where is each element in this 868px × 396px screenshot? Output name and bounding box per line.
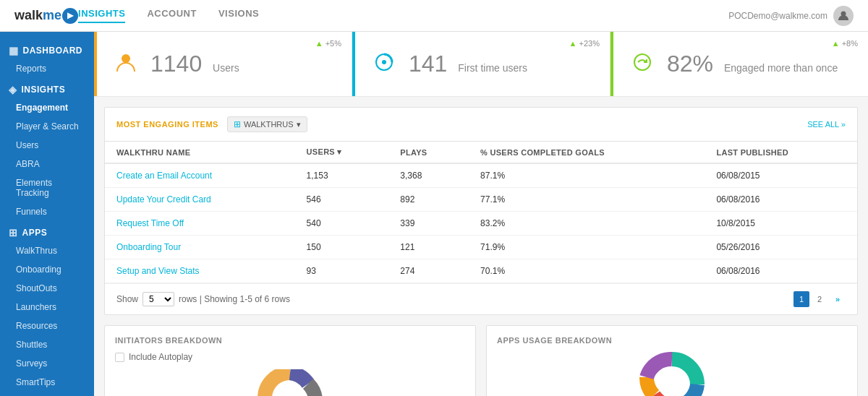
sidebar-item-users[interactable]: Users: [0, 136, 94, 155]
cell-goals: 83.2%: [469, 212, 705, 236]
nav-account[interactable]: ACCOUNT: [147, 8, 197, 23]
cell-users: 546: [295, 188, 389, 212]
table-head-row: WALKTHRU NAME USERS ▾ PLAYS % USERS COMP…: [105, 142, 857, 163]
insights-icon: ◈: [9, 84, 17, 95]
include-autoplay-label: Include Autoplay: [129, 352, 192, 362]
sidebar-item-shuttles[interactable]: Shuttles: [0, 335, 94, 354]
engaged-icon: [632, 52, 652, 77]
user-email: POCDemo@walkme.com: [728, 11, 827, 21]
page-1-button[interactable]: 1: [793, 291, 809, 307]
table-section-title: MOST ENGAGING ITEMS: [116, 120, 218, 129]
initiators-chart-card: INITIATORS BREAKDOWN Include Autoplay: [104, 325, 476, 396]
cell-goals: 77.1%: [469, 188, 705, 212]
col-name: WALKTHRU NAME: [105, 142, 295, 163]
cell-plays: 339: [388, 212, 469, 236]
stat-users-percent: ▲ +5%: [315, 39, 341, 48]
sidebar-item-reports[interactable]: Reports: [0, 59, 94, 78]
stat-engaged-percent: ▲ +8%: [832, 39, 858, 48]
apps-usage-pie: [497, 352, 847, 396]
svg-point-4: [634, 54, 650, 70]
page-2-button[interactable]: 2: [812, 291, 827, 307]
cell-goals: 71.9%: [469, 236, 705, 259]
sidebar-item-smarttips[interactable]: SmartTips: [0, 373, 94, 392]
sidebar-item-onboarding[interactable]: Onboarding: [0, 260, 94, 279]
sidebar-section-insights[interactable]: ◈ INSIGHTS: [0, 78, 94, 98]
svg-point-3: [382, 60, 386, 64]
table-footer: Show 5 10 25 50 rows | Showing 1-5 of 6 …: [105, 283, 857, 314]
logo[interactable]: walk me ▶: [14, 8, 78, 24]
sidebar-item-shoutouts[interactable]: ShoutOuts: [0, 279, 94, 298]
cell-users: 150: [295, 236, 389, 259]
svg-point-1: [122, 54, 130, 63]
stat-users: 1140 Users ▲ +5%: [94, 32, 352, 96]
stat-first-time-percent: ▲ +23%: [569, 39, 600, 48]
cell-published: 05/26/2016: [705, 236, 857, 259]
stat-border-users: [94, 32, 97, 96]
sidebar-item-engagement[interactable]: Engagement: [0, 98, 94, 117]
logo-dot: ▶: [62, 8, 78, 24]
nav-insights[interactable]: INSIGHTS: [78, 8, 125, 23]
rows-info: rows | Showing 1-5 of 6 rows: [179, 294, 290, 304]
user-avatar[interactable]: [833, 6, 854, 26]
stat-users-info: 1140 Users: [146, 51, 334, 77]
logo-me: me: [43, 8, 61, 23]
filter-badge[interactable]: ⊞ WALKTHRUS ▾: [227, 116, 307, 132]
sidebar-section-dashboard-label: DASHBOARD: [23, 46, 83, 56]
table-head: WALKTHRU NAME USERS ▾ PLAYS % USERS COMP…: [105, 142, 857, 163]
sidebar-item-abra[interactable]: ABRA: [0, 155, 94, 173]
pagination: 1 2 »: [793, 291, 846, 307]
next-page-button[interactable]: »: [830, 291, 846, 307]
cell-name[interactable]: Create an Email Account: [105, 163, 295, 188]
stat-first-time-number: 141 First time users: [404, 51, 592, 77]
sidebar-item-funnels[interactable]: Funnels: [0, 202, 94, 221]
nav-visions[interactable]: VISIONS: [218, 8, 259, 23]
cell-published: 06/08/2015: [705, 163, 857, 188]
table-row: Update Your Credit Card 546 892 77.1% 06…: [105, 188, 857, 212]
cell-plays: 121: [388, 236, 469, 259]
initiators-chart-title: INITIATORS BREAKDOWN: [115, 336, 465, 345]
sidebar-item-launchers[interactable]: Launchers: [0, 298, 94, 317]
cell-goals: 70.1%: [469, 259, 705, 283]
table-row: Onboarding Tour 150 121 71.9% 05/26/2016: [105, 236, 857, 259]
sidebar: ▦ DASHBOARD Reports ◈ INSIGHTS Engagemen…: [0, 32, 94, 396]
apps-usage-chart-title: APPS USAGE BREAKDOWN: [497, 336, 847, 345]
sidebar-item-walkthrus[interactable]: WalkThrus: [0, 241, 94, 260]
sidebar-section-dashboard[interactable]: ▦ DASHBOARD: [0, 39, 94, 59]
apps-usage-chart-card: APPS USAGE BREAKDOWN: [486, 325, 858, 396]
cell-users: 1,153: [295, 163, 389, 188]
table-row: Setup and View Stats 93 274 70.1% 06/08/…: [105, 259, 857, 283]
table-header: MOST ENGAGING ITEMS ⊞ WALKTHRUS ▾ SEE AL…: [105, 108, 857, 142]
filter-dropdown-icon: ▾: [297, 120, 301, 129]
sidebar-item-resources[interactable]: Resources: [0, 317, 94, 335]
cell-published: 10/8/2015: [705, 212, 857, 236]
content-area: 1140 Users ▲ +5%: [94, 32, 868, 396]
cell-name[interactable]: Setup and View Stats: [105, 259, 295, 283]
sidebar-item-surveys[interactable]: Surveys: [0, 354, 94, 373]
cell-plays: 3,368: [388, 163, 469, 188]
cell-name[interactable]: Request Time Off: [105, 212, 295, 236]
col-users[interactable]: USERS ▾: [295, 142, 389, 163]
rows-per-page-select[interactable]: 5 10 25 50: [142, 292, 174, 306]
cell-name[interactable]: Onboarding Tour: [105, 236, 295, 259]
initiators-pie: [115, 369, 465, 396]
dashboard-icon: ▦: [9, 45, 19, 56]
see-all-link[interactable]: SEE ALL »: [807, 120, 846, 129]
cell-name[interactable]: Update Your Credit Card: [105, 188, 295, 212]
stat-border-engaged: [610, 32, 613, 96]
include-autoplay-checkbox[interactable]: [115, 353, 124, 362]
table-row: Request Time Off 540 339 83.2% 10/8/2015: [105, 212, 857, 236]
stat-border-first-time: [352, 32, 355, 96]
cell-goals: 87.1%: [469, 163, 705, 188]
sidebar-section-apps[interactable]: ⊞ APPS: [0, 221, 94, 241]
table-body: Create an Email Account 1,153 3,368 87.1…: [105, 163, 857, 283]
filter-icon: ⊞: [234, 119, 241, 129]
engaging-items-table: WALKTHRU NAME USERS ▾ PLAYS % USERS COMP…: [105, 142, 857, 283]
sidebar-item-player-search[interactable]: Player & Search: [0, 117, 94, 136]
sidebar-section-insights-label: INSIGHTS: [22, 85, 66, 95]
sidebar-item-elements-tracking[interactable]: Elements Tracking: [0, 173, 94, 202]
cell-plays: 274: [388, 259, 469, 283]
col-plays: PLAYS: [388, 142, 469, 163]
main-nav: INSIGHTS ACCOUNT VISIONS: [78, 8, 728, 23]
cell-users: 93: [295, 259, 389, 283]
include-autoplay-option[interactable]: Include Autoplay: [115, 352, 465, 362]
